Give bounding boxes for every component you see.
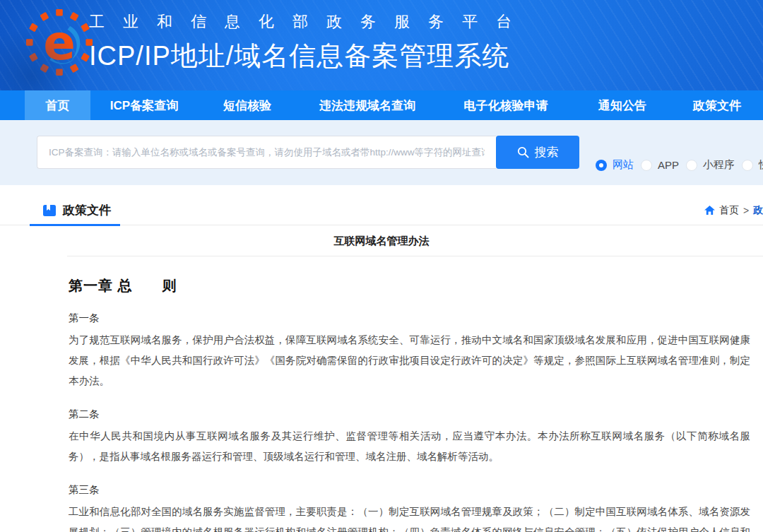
document-body: 第一章 总 则 第一条 为了规范互联网域名服务，保护用户合法权益，保障互联网域名…: [69, 276, 750, 532]
nav-item-policy-files[interactable]: 政策文件: [671, 90, 763, 120]
article-1: 第一条 为了规范互联网域名服务，保护用户合法权益，保障互联网域名系统安全、可靠运…: [69, 308, 750, 391]
search-type-label: 网站: [613, 158, 634, 172]
search-section: 搜索 网站 APP 小程序 快应用: [0, 120, 763, 185]
search-type-label: 小程序: [703, 158, 735, 172]
search-type-label: 快应用: [759, 158, 763, 172]
header-titles: 工业和信息化部政务服务平台 ICP/IP地址/域名信息备案管理系统: [89, 11, 530, 74]
section-header: 政策文件 首页 > 政策文件: [0, 185, 763, 225]
breadcrumb-current: 政策文件: [753, 204, 763, 217]
radio-unchecked-icon: [641, 160, 652, 171]
page: e 工业和信息化部政务服务平台 ICP/IP地址/域名信息备案管理系统 首页 I…: [0, 0, 763, 532]
search-input[interactable]: [37, 136, 496, 169]
search-type-app[interactable]: APP: [641, 159, 679, 171]
search-type-miniprogram[interactable]: 小程序: [686, 158, 735, 172]
system-title: ICP/IP地址/域名信息备案管理系统: [89, 38, 530, 74]
search-icon: [517, 146, 529, 158]
radio-unchecked-icon: [686, 160, 697, 171]
article-2: 第二条 在中华人民共和国境内从事互联网域名服务及其运行维护、监督管理等相关活动，…: [69, 404, 750, 467]
main-nav: 首页 ICP备案查询 短信核验 违法违规域名查询 电子化核验申请 通知公告 政策…: [0, 90, 763, 120]
title-divider: [67, 256, 763, 256]
article-text: 为了规范互联网域名服务，保护用户合法权益，保障互联网域名系统安全、可靠运行，推动…: [69, 330, 750, 391]
breadcrumb: 首页 > 政策文件: [704, 204, 763, 217]
article-text: 工业和信息化部对全国的域名服务实施监督管理，主要职责是：（一）制定互联网域名管理…: [69, 502, 750, 532]
article-label: 第三条: [69, 480, 750, 500]
miit-beian-logo-icon: e: [25, 8, 93, 76]
article-label: 第一条: [69, 308, 750, 329]
nav-item-electronic-verify[interactable]: 电子化核验申请: [438, 90, 574, 120]
nav-item-sms-verify[interactable]: 短信核验: [198, 90, 297, 120]
home-icon: [704, 206, 715, 215]
search-button-label: 搜索: [535, 144, 559, 160]
nav-item-illegal-domain-query[interactable]: 违法违规域名查询: [297, 90, 438, 120]
search-button[interactable]: 搜索: [496, 136, 579, 169]
section-active-underline: [30, 224, 120, 226]
section-title: 政策文件: [63, 202, 111, 218]
breadcrumb-separator: >: [743, 205, 749, 216]
search-type-group: 网站 APP 小程序 快应用: [596, 158, 763, 172]
search-type-label: APP: [658, 159, 679, 171]
article-label: 第二条: [69, 404, 750, 425]
masthead: e 工业和信息化部政务服务平台 ICP/IP地址/域名信息备案管理系统: [0, 0, 763, 90]
breadcrumb-home[interactable]: 首页: [719, 204, 739, 217]
document-title: 互联网域名管理办法: [0, 225, 763, 256]
book-icon: [42, 203, 57, 218]
radio-checked-icon: [596, 160, 607, 171]
article-text: 在中华人民共和国境内从事互联网域名服务及其运行维护、监督管理等相关活动，应当遵守…: [69, 426, 750, 467]
nav-item-home[interactable]: 首页: [25, 90, 90, 120]
radio-unchecked-icon: [742, 160, 753, 171]
platform-title: 工业和信息化部政务服务平台: [89, 11, 530, 32]
content-area: 政策文件 首页 > 政策文件 互联网域名管理办法 第一章 总 则 第一条 为了规…: [0, 185, 763, 532]
article-3: 第三条 工业和信息化部对全国的域名服务实施监督管理，主要职责是：（一）制定互联网…: [69, 480, 750, 532]
chapter-heading: 第一章 总 则: [69, 276, 750, 295]
search-type-quickapp[interactable]: 快应用: [742, 158, 763, 172]
nav-item-notices[interactable]: 通知公告: [574, 90, 671, 120]
svg-text:e: e: [43, 16, 76, 71]
search-type-website[interactable]: 网站: [596, 158, 634, 172]
nav-item-icp-query[interactable]: ICP备案查询: [90, 90, 198, 120]
